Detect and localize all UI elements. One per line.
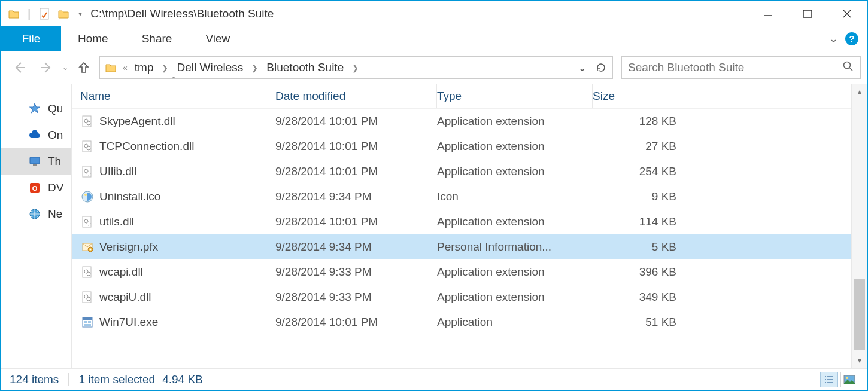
forward-button[interactable] xyxy=(35,56,59,80)
search-icon[interactable] xyxy=(842,60,854,75)
svg-text:O: O xyxy=(32,185,38,192)
file-type: Application extension xyxy=(437,140,593,153)
file-size: 5 KB xyxy=(593,240,688,253)
home-tab[interactable]: Home xyxy=(61,26,125,51)
share-tab[interactable]: Share xyxy=(125,26,189,51)
titlebar: | ▾ C:\tmp\Dell Wireless\Bluetooth Suite xyxy=(1,1,867,26)
search-input[interactable] xyxy=(628,61,842,74)
svg-rect-34 xyxy=(83,292,91,303)
file-icon xyxy=(80,139,95,154)
file-row[interactable]: wcapi.dll9/28/2014 9:33 PMApplication ex… xyxy=(72,259,851,285)
sidebar-item[interactable]: ODV xyxy=(1,175,71,201)
sidebar-item-label: Ne xyxy=(48,207,62,221)
ribbon-expand-icon[interactable]: ⌄ xyxy=(829,32,838,45)
file-row[interactable]: TCPConnection.dll9/28/2014 10:01 PMAppli… xyxy=(72,134,851,159)
scroll-track[interactable] xyxy=(852,99,867,353)
sidebar-item[interactable]: Qu xyxy=(1,96,71,122)
address-ellipsis[interactable]: « xyxy=(120,63,130,72)
column-name[interactable]: ⌃ Name xyxy=(72,84,275,108)
app-icon xyxy=(7,7,20,20)
file-row[interactable]: wcapiU.dll9/28/2014 9:33 PMApplication e… xyxy=(72,285,851,310)
new-folder-icon[interactable] xyxy=(57,7,70,20)
quick-access-toolbar: | ▾ xyxy=(1,7,82,21)
breadcrumb-seg-2[interactable]: Bluetooth Suite xyxy=(264,61,346,74)
svg-line-8 xyxy=(849,68,852,71)
file-date: 9/28/2014 10:01 PM xyxy=(275,140,437,153)
file-name: UIlib.dll xyxy=(99,165,136,178)
file-size: 27 KB xyxy=(593,140,688,153)
chevron-right-icon[interactable]: ❯ xyxy=(348,63,362,72)
thumbnails-view-button[interactable] xyxy=(840,372,858,387)
file-row[interactable]: Uninstall.ico9/28/2014 9:34 PMIcon9 KB xyxy=(72,184,851,209)
column-type[interactable]: Type xyxy=(437,84,593,108)
sidebar-item[interactable]: Th xyxy=(1,148,71,175)
file-type: Personal Information... xyxy=(437,240,593,253)
file-row[interactable]: SkypeAgent.dll9/28/2014 10:01 PMApplicat… xyxy=(72,109,851,134)
breadcrumb-seg-0[interactable]: tmp xyxy=(132,61,156,74)
navigation-pane[interactable]: QuOnThODVNe xyxy=(1,84,72,368)
svg-rect-39 xyxy=(84,321,87,323)
file-rows[interactable]: SkypeAgent.dll9/28/2014 10:01 PMApplicat… xyxy=(72,109,851,368)
svg-point-24 xyxy=(84,194,87,196)
scroll-up-icon[interactable]: ▴ xyxy=(852,84,867,99)
file-size: 349 KB xyxy=(593,291,688,304)
help-icon[interactable]: ? xyxy=(845,32,858,45)
file-name: utils.dll xyxy=(99,215,134,228)
properties-icon[interactable] xyxy=(38,7,51,20)
file-size: 128 KB xyxy=(593,115,688,128)
status-bar: 124 items 1 item selected 4.94 KB xyxy=(1,368,867,390)
view-mode-buttons xyxy=(820,372,858,387)
column-size[interactable]: Size xyxy=(593,84,688,108)
file-date: 9/28/2014 10:01 PM xyxy=(275,115,437,128)
sidebar-item-label: On xyxy=(48,129,63,142)
file-size: 9 KB xyxy=(593,190,688,203)
svg-rect-9 xyxy=(30,157,40,164)
details-view-button[interactable] xyxy=(820,372,838,387)
file-row[interactable]: UIlib.dll9/28/2014 10:01 PMApplication e… xyxy=(72,159,851,184)
svg-rect-40 xyxy=(88,321,91,323)
file-row[interactable]: utils.dll9/28/2014 10:01 PMApplication e… xyxy=(72,209,851,234)
scroll-down-icon[interactable]: ▾ xyxy=(852,353,867,368)
file-type: Application extension xyxy=(437,215,593,228)
chevron-right-icon[interactable]: ❯ xyxy=(158,63,172,72)
back-button[interactable] xyxy=(7,56,31,80)
file-tab[interactable]: File xyxy=(1,26,61,51)
up-button[interactable] xyxy=(72,56,96,80)
minimize-button[interactable] xyxy=(748,2,788,26)
close-button[interactable] xyxy=(827,2,867,26)
file-row[interactable]: Win7UI.exe9/28/2014 10:01 PMApplication5… xyxy=(72,310,851,335)
breadcrumb-seg-1[interactable]: Dell Wireless xyxy=(174,61,245,74)
chevron-right-icon[interactable]: ❯ xyxy=(248,63,262,72)
search-box[interactable] xyxy=(621,56,861,79)
svg-rect-10 xyxy=(33,164,37,166)
office-icon: O xyxy=(28,181,42,195)
file-size: 254 KB xyxy=(593,165,688,178)
sidebar-item[interactable]: On xyxy=(1,122,71,148)
maximize-button[interactable] xyxy=(788,2,827,26)
svg-rect-31 xyxy=(83,267,91,277)
scrollbar[interactable]: ▴ ▾ xyxy=(851,84,867,368)
svg-rect-14 xyxy=(83,116,91,127)
file-icon xyxy=(80,164,95,179)
file-row[interactable]: Verisign.pfx9/28/2014 9:34 PMPersonal In… xyxy=(72,234,851,259)
file-date: 9/28/2014 9:34 PM xyxy=(275,190,437,203)
file-list-pane: ⌃ Name Date modified Type Size SkypeAgen… xyxy=(72,84,851,368)
refresh-icon[interactable] xyxy=(591,58,610,77)
file-icon xyxy=(80,190,95,204)
explorer-window: | ▾ C:\tmp\Dell Wireless\Bluetooth Suite… xyxy=(0,0,868,391)
file-name: SkypeAgent.dll xyxy=(99,115,175,128)
recent-locations-icon[interactable]: ⌄ xyxy=(62,63,68,72)
qat-separator: | xyxy=(28,7,31,21)
view-tab[interactable]: View xyxy=(189,26,247,51)
address-bar[interactable]: « tmp ❯ Dell Wireless ❯ Bluetooth Suite … xyxy=(99,56,613,79)
scroll-thumb[interactable] xyxy=(854,279,865,350)
file-size: 51 KB xyxy=(593,316,688,329)
column-date[interactable]: Date modified xyxy=(275,84,437,108)
address-dropdown-icon[interactable]: ⌄ xyxy=(576,60,588,76)
svg-rect-20 xyxy=(83,166,91,177)
svg-point-30 xyxy=(90,249,92,251)
window-controls xyxy=(748,2,867,26)
qat-dropdown-icon[interactable]: ▾ xyxy=(76,10,82,18)
sort-indicator-icon: ⌃ xyxy=(171,75,177,84)
sidebar-item[interactable]: Ne xyxy=(1,201,71,227)
